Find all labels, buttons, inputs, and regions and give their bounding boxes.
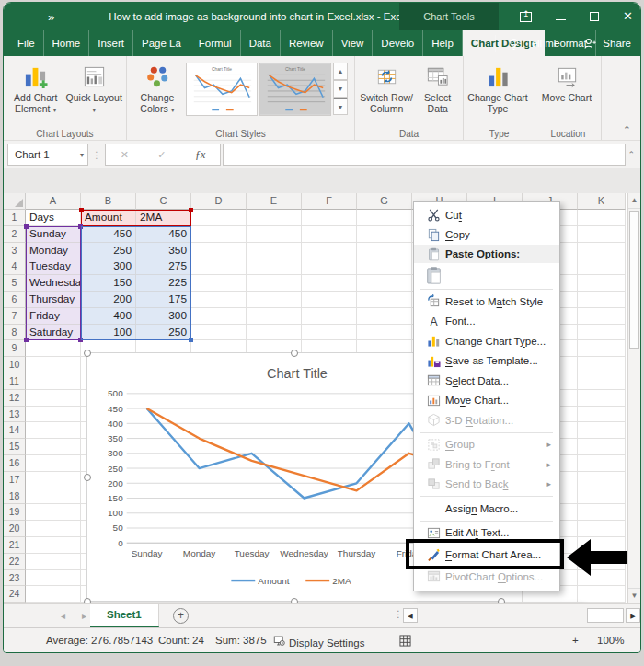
cell-K5[interactable] (578, 275, 626, 292)
sheet-nav-right-icon[interactable]: ▸ (82, 611, 86, 621)
cell-F7[interactable] (302, 308, 357, 325)
cell-D1[interactable] (191, 210, 247, 226)
zoom-in-button[interactable]: + (572, 635, 579, 646)
cell-G7[interactable] (357, 308, 412, 325)
row-header-2[interactable]: 2 (4, 226, 26, 243)
cell-C8[interactable]: 250 (136, 325, 191, 341)
tab-home[interactable]: Home (44, 30, 90, 56)
cell-A8[interactable]: Saturday (26, 325, 81, 341)
row-header-19[interactable]: 19 (4, 504, 26, 521)
cell-K19[interactable] (578, 504, 626, 521)
column-header-k[interactable]: K (578, 193, 626, 210)
cell-G1[interactable] (357, 210, 412, 226)
cell-A3[interactable]: Monday (26, 243, 81, 259)
cell-K13[interactable] (578, 407, 626, 423)
menu-item-save-as-template[interactable]: Save as Template... (414, 351, 559, 372)
cell-D8[interactable] (191, 325, 247, 341)
menu-item-assign-macro[interactable]: Assign Macro... (414, 499, 559, 519)
cell-C4[interactable]: 275 (136, 258, 191, 275)
column-header-g[interactable]: G (357, 193, 412, 210)
maximize-button[interactable] (590, 12, 599, 21)
tell-me-button[interactable]: Tell me (526, 38, 559, 49)
column-header-a[interactable]: A (26, 193, 81, 210)
cell-D7[interactable] (191, 308, 247, 325)
row-header-12[interactable]: 12 (4, 390, 26, 407)
select-all-corner[interactable] (4, 193, 26, 210)
name-box-caret-icon[interactable]: ▾ (75, 151, 84, 159)
cell-K20[interactable] (578, 521, 626, 537)
cell-A22[interactable] (26, 554, 81, 570)
insert-function-icon[interactable]: ƒx (195, 148, 205, 162)
cell-K6[interactable] (578, 292, 626, 308)
cell-D6[interactable] (191, 292, 247, 308)
cell-A15[interactable] (26, 439, 81, 455)
row-header-11[interactable]: 11 (4, 373, 26, 390)
cell-B7[interactable]: 400 (81, 308, 136, 325)
column-header-d[interactable]: D (191, 193, 247, 210)
scroll-down-icon[interactable]: ▼ (628, 588, 640, 603)
formula-bar-expand-icon[interactable]: ⌃ (627, 150, 635, 159)
row-header-21[interactable]: 21 (4, 537, 26, 554)
change-colors-button[interactable]: Change Colors ▾ (131, 61, 184, 115)
cell-K24[interactable] (578, 586, 626, 603)
cell-B6[interactable]: 200 (81, 292, 136, 308)
cell-C3[interactable]: 350 (136, 243, 191, 259)
zoom-level[interactable]: 100% (597, 635, 624, 646)
row-header-4[interactable]: 4 (4, 258, 26, 275)
cell-D4[interactable] (191, 258, 247, 275)
cell-K1[interactable] (578, 210, 626, 226)
tab-page-la[interactable]: Page La (133, 30, 190, 56)
cell-K16[interactable] (578, 455, 626, 472)
sheet-tab-sheet1[interactable]: Sheet1 (90, 604, 159, 627)
cell-A17[interactable] (26, 472, 81, 488)
row-header-17[interactable]: 17 (4, 472, 26, 488)
tab-review[interactable]: Review (281, 30, 333, 56)
quick-access-toolbar[interactable]: » (48, 10, 53, 24)
cancel-icon[interactable]: ✕ (121, 149, 129, 161)
row-header-14[interactable]: 14 (4, 422, 26, 439)
row-header-16[interactable]: 16 (4, 455, 26, 472)
tab-data[interactable]: Data (241, 30, 281, 56)
cell-A9[interactable] (26, 340, 81, 357)
gallery-down-button[interactable]: ▼ (333, 80, 348, 98)
cell-G3[interactable] (357, 243, 412, 259)
cell-K17[interactable] (578, 472, 626, 488)
cell-D2[interactable] (191, 226, 247, 243)
cell-F4[interactable] (302, 258, 357, 275)
row-header-15[interactable]: 15 (4, 439, 26, 455)
switch-row-column-button[interactable]: Switch Row/ Column (359, 61, 414, 114)
cell-G6[interactable] (357, 292, 412, 308)
tab-formul[interactable]: Formul (190, 30, 241, 56)
enter-icon[interactable]: ✓ (157, 149, 166, 161)
row-header-1[interactable]: 1 (4, 210, 26, 226)
menu-item-paste-options[interactable]: Paste Options: (414, 245, 559, 263)
cell-D5[interactable] (191, 275, 247, 292)
cell-F6[interactable] (302, 292, 357, 308)
vertical-scroll-thumb[interactable] (629, 211, 639, 349)
scroll-up-icon[interactable]: ▲ (628, 193, 640, 209)
cell-K8[interactable] (578, 325, 626, 341)
cell-A13[interactable] (26, 407, 81, 423)
cell-K18[interactable] (578, 488, 626, 505)
cell-C6[interactable]: 175 (136, 292, 191, 308)
cell-B5[interactable]: 150 (81, 275, 136, 292)
cell-A10[interactable] (26, 357, 81, 373)
minimize-button[interactable] (556, 19, 566, 20)
ribbon-display-options-icon[interactable] (520, 12, 532, 22)
column-header-b[interactable]: B (81, 193, 136, 210)
column-header-f[interactable]: F (302, 193, 357, 210)
name-box[interactable]: Chart 1 ▾ (7, 144, 88, 166)
normal-view-icon[interactable] (399, 635, 411, 649)
cell-C2[interactable]: 450 (136, 226, 191, 243)
cell-A2[interactable]: Sunday (26, 226, 81, 243)
cell-G5[interactable] (357, 275, 412, 292)
tab-develo[interactable]: Develo (373, 30, 423, 56)
menu-item-font[interactable]: AFont... (414, 312, 559, 332)
cell-F1[interactable] (302, 210, 357, 226)
cell-K11[interactable] (578, 373, 626, 390)
cell-B2[interactable]: 450 (81, 226, 136, 243)
row-header-13[interactable]: 13 (4, 407, 26, 423)
chart-selection-handle[interactable] (84, 350, 91, 357)
cell-A12[interactable] (26, 390, 81, 407)
row-header-10[interactable]: 10 (4, 357, 26, 373)
